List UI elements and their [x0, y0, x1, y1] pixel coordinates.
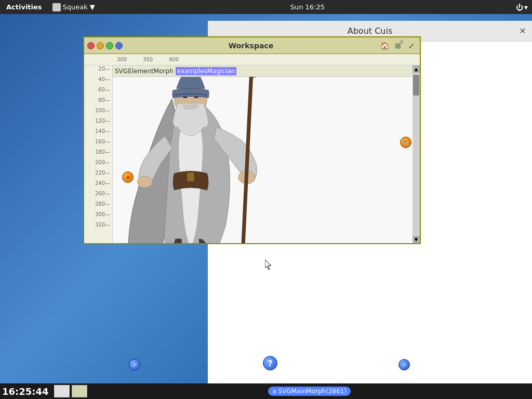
workspace-top-ruler: 300 350 400 ✕	[84, 54, 420, 65]
float-resize-icon-left[interactable]: ⤢	[129, 359, 140, 370]
bottom-bar: 16:25:44 a SVGMainMorph(2861)	[0, 383, 532, 399]
bottom-thumb2[interactable]	[72, 385, 87, 397]
system-clock: Sun 16:25	[99, 3, 516, 11]
ruler-label-80: 80—	[84, 92, 112, 103]
float-orange-icon[interactable]: ⊞	[122, 171, 134, 183]
about-cuis-close[interactable]: ✕	[517, 26, 528, 36]
workspace-scrollbar: ▲ ▼	[413, 65, 420, 243]
bottom-clock: 16:25:44	[2, 386, 52, 397]
power-button[interactable]: ⏻ ▾	[516, 3, 528, 11]
power-icon: ⏻	[516, 3, 523, 11]
ruler-inner: 20—40—60—80—100—120—140—160—180—200—220—…	[84, 65, 112, 228]
svg-rect-0	[187, 172, 194, 181]
scrollbar-up[interactable]: ▲	[413, 65, 420, 73]
ruler-label-260: 260—	[84, 186, 112, 196]
workspace-text-area: SVGElementMorph examplesMagician	[113, 65, 413, 243]
workspace-title: Workspace	[125, 42, 377, 50]
bottom-status-area: a SVGMainMorph(2861)	[89, 387, 530, 396]
question-badge[interactable]: ?	[263, 356, 277, 370]
ruler-label-20: 20—	[84, 65, 112, 72]
ruler-350: 350	[143, 57, 169, 62]
workspace-text-header: SVGElementMorph examplesMagician	[113, 65, 413, 77]
workspace-icons: 🏠 ⊞ ⤢	[379, 41, 417, 51]
workspace-min-button[interactable]	[97, 42, 104, 49]
bottom-thumb1[interactable]	[54, 385, 70, 397]
squeak-menu[interactable]: Squeak ▼	[48, 0, 99, 14]
svg-element-label: SVGElementMorph	[115, 68, 174, 75]
orange-dot-inner: ⊞	[126, 175, 130, 180]
ruler-label-40: 40—	[84, 72, 112, 82]
activities-button[interactable]: Activities	[0, 0, 48, 14]
ruler-label-300: 300—	[84, 207, 112, 217]
wrench-symbol: 🔧	[402, 139, 409, 146]
ruler-400: 400	[169, 57, 195, 62]
workspace-body: 20—40—60—80—100—120—140—160—180—200—220—…	[84, 65, 420, 243]
ruler-label-200: 200—	[84, 155, 112, 165]
scrollbar-down[interactable]: ▼	[413, 236, 420, 243]
status-badge: a SVGMainMorph(2861)	[268, 387, 351, 396]
svg-highlight-label[interactable]: examplesMagician	[176, 67, 236, 75]
workspace-plus-button[interactable]	[106, 42, 113, 49]
workspace-close-button[interactable]	[87, 42, 95, 49]
wizard-figure	[113, 77, 347, 243]
scrollbar-thumb[interactable]	[413, 75, 419, 96]
top-bar: Activities Squeak ▼ Sun 16:25 ⏻ ▾	[0, 0, 532, 14]
ruler-label-180: 180—	[84, 144, 112, 155]
resize-circle-right[interactable]: ⤢	[398, 359, 410, 370]
workspace-left-ruler: 20—40—60—80—100—120—140—160—180—200—220—…	[84, 65, 113, 243]
power-arrow: ▾	[524, 3, 528, 11]
workspace-window: Workspace 🏠 ⊞ ⤢ 300 350 400 ✕ 20—40—60—8…	[83, 36, 421, 244]
ruler-300: 300	[117, 57, 143, 62]
svg-canvas[interactable]	[113, 77, 413, 243]
orange-dot[interactable]: ⊞	[122, 171, 134, 183]
squeak-label: Squeak	[63, 3, 88, 11]
ruler-label-140: 140—	[84, 124, 112, 134]
workspace-extra-button[interactable]	[115, 42, 123, 49]
float-question-icon[interactable]: ?	[263, 356, 277, 370]
squeak-icon	[52, 3, 61, 11]
ruler-label-280: 280—	[84, 196, 112, 207]
float-wrench-icon[interactable]: 🔧	[400, 137, 411, 148]
top-bar-right: ⏻ ▾	[516, 3, 532, 11]
float-resize-icon-right[interactable]: ⤢	[398, 359, 410, 370]
ruler-label-240: 240—	[84, 176, 112, 186]
workspace-resize-icon[interactable]: ⤢	[406, 41, 417, 51]
svg-point-9	[137, 176, 152, 188]
ruler-label-120: 120—	[84, 113, 112, 124]
workspace-house-icon[interactable]: 🏠	[379, 41, 390, 51]
top-ruler-labels: 300 350 400 ✕	[113, 57, 420, 62]
about-cuis-title: About Cuis	[214, 26, 526, 36]
squeak-arrow: ▼	[90, 3, 95, 11]
ruler-label-160: 160—	[84, 134, 112, 144]
ruler-label-220: 220—	[84, 165, 112, 176]
workspace-titlebar: Workspace 🏠 ⊞ ⤢	[84, 37, 420, 54]
wrench-dot[interactable]: 🔧	[400, 137, 411, 148]
resize-circle-left[interactable]: ⤢	[129, 359, 140, 370]
ruler-label-320: 320—	[84, 217, 112, 228]
ruler-label-60: 60—	[84, 82, 112, 92]
ruler-label-100: 100—	[84, 103, 112, 113]
